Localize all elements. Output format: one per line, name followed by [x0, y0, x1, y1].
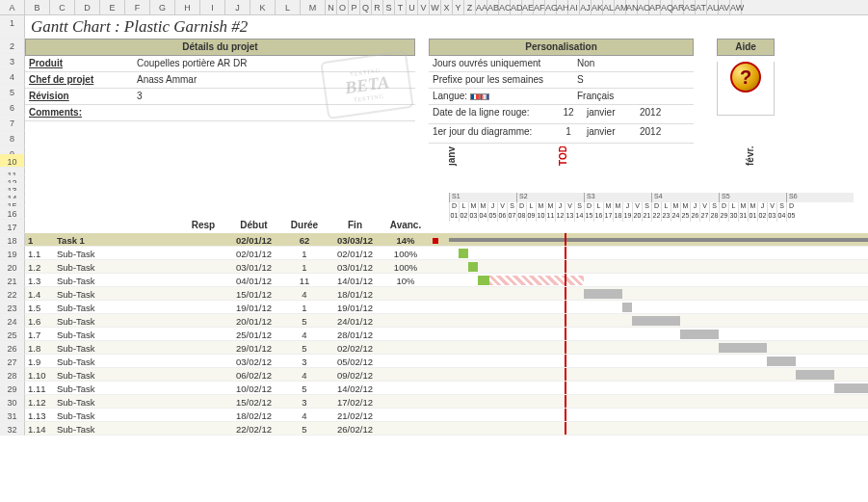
column-header[interactable]: AQ: [661, 0, 672, 14]
row-number[interactable]: 4: [0, 69, 25, 85]
gantt-row[interactable]: [449, 260, 868, 274]
task-progress[interactable]: [381, 422, 430, 435]
task-progress[interactable]: [381, 395, 430, 408]
row-number[interactable]: 6: [0, 100, 25, 116]
task-end[interactable]: 26/02/12: [329, 422, 381, 435]
column-header[interactable]: C: [50, 0, 75, 14]
task-start[interactable]: 18/02/12: [227, 409, 280, 421]
task-progress[interactable]: 10%: [381, 274, 430, 286]
task-duration[interactable]: 4: [280, 287, 329, 300]
column-header[interactable]: H: [175, 0, 200, 14]
task-resp[interactable]: [179, 355, 227, 367]
task-start[interactable]: 03/01/12: [227, 260, 280, 273]
task-start[interactable]: 15/01/12: [227, 287, 280, 300]
task-end[interactable]: 18/01/12: [329, 287, 381, 300]
row-number[interactable]: 19: [0, 247, 25, 260]
task-id[interactable]: 1.8: [25, 341, 54, 354]
task-resp[interactable]: [179, 314, 227, 327]
task-name[interactable]: Sub-Task: [54, 328, 179, 340]
column-header[interactable]: AA: [476, 0, 487, 14]
row-number[interactable]: 16: [0, 206, 25, 220]
gantt-row[interactable]: [449, 328, 868, 341]
language-value[interactable]: Français: [573, 89, 694, 105]
task-progress[interactable]: [381, 368, 430, 381]
task-end[interactable]: 17/02/12: [329, 395, 381, 408]
column-header[interactable]: AD: [511, 0, 522, 14]
task-id[interactable]: 1.1: [25, 247, 54, 259]
task-name[interactable]: Sub-Task: [54, 422, 179, 435]
task-id[interactable]: 1.13: [25, 409, 54, 421]
col-fin[interactable]: Fin: [329, 218, 381, 233]
task-name[interactable]: Sub-Task: [54, 409, 179, 421]
column-header[interactable]: AC: [499, 0, 511, 14]
column-header[interactable]: U: [407, 0, 418, 14]
task-end[interactable]: 21/02/12: [329, 409, 381, 421]
task-resp[interactable]: [179, 341, 227, 354]
task-id[interactable]: 1: [25, 233, 54, 246]
column-header[interactable]: X: [441, 0, 453, 14]
row-number[interactable]: 20: [0, 260, 25, 274]
column-header[interactable]: M: [301, 0, 326, 14]
row-number[interactable]: 27: [0, 355, 25, 368]
task-row[interactable]: 1.8Sub-Task29/01/12502/02/12: [25, 341, 449, 355]
task-end[interactable]: 28/01/12: [329, 328, 381, 340]
row-number[interactable]: 14: [0, 191, 25, 198]
row-number[interactable]: 18: [0, 233, 25, 247]
task-id[interactable]: 1.4: [25, 287, 54, 300]
gantt-row[interactable]: [449, 274, 868, 287]
task-id[interactable]: 1.7: [25, 328, 54, 340]
task-progress[interactable]: [381, 341, 430, 354]
row-number[interactable]: 12: [0, 175, 25, 183]
gantt-row[interactable]: [449, 247, 868, 260]
col-avanc[interactable]: Avanc.: [381, 218, 430, 233]
gantt-row[interactable]: [449, 355, 868, 368]
task-row[interactable]: 1.2Sub-Task03/01/12103/01/12100%: [25, 260, 449, 274]
column-header[interactable]: P: [349, 0, 360, 14]
gantt-row[interactable]: [449, 368, 868, 382]
column-header[interactable]: AR: [672, 0, 684, 14]
gantt-row[interactable]: [449, 233, 868, 247]
column-header[interactable]: AO: [638, 0, 649, 14]
gantt-row[interactable]: [449, 395, 868, 409]
task-name[interactable]: Sub-Task: [54, 341, 179, 354]
column-header[interactable]: Z: [464, 0, 476, 14]
column-header[interactable]: V: [418, 0, 430, 14]
task-resp[interactable]: [179, 274, 227, 286]
column-header[interactable]: F: [125, 0, 150, 14]
column-header[interactable]: AM: [615, 0, 626, 14]
task-resp[interactable]: [179, 382, 227, 394]
task-resp[interactable]: [179, 368, 227, 381]
task-name[interactable]: Sub-Task: [54, 355, 179, 367]
row-number[interactable]: 8: [0, 131, 25, 146]
column-header[interactable]: G: [150, 0, 175, 14]
col-duree[interactable]: Durée: [280, 218, 329, 233]
task-id[interactable]: 1.10: [25, 368, 54, 381]
column-header[interactable]: T: [395, 0, 407, 14]
column-header[interactable]: I: [200, 0, 225, 14]
task-resp[interactable]: [179, 422, 227, 435]
comments-value[interactable]: [133, 105, 415, 121]
row-number[interactable]: 23: [0, 301, 25, 314]
task-progress[interactable]: [381, 301, 430, 313]
task-duration[interactable]: 62: [280, 233, 329, 246]
task-row[interactable]: 1.5Sub-Task19/01/12119/01/12: [25, 301, 449, 314]
task-row[interactable]: 1.10Sub-Task06/02/12409/02/12: [25, 368, 449, 382]
task-resp[interactable]: [179, 287, 227, 300]
task-duration[interactable]: 5: [280, 341, 329, 354]
task-end[interactable]: 02/02/12: [329, 341, 381, 354]
column-header[interactable]: E: [100, 0, 125, 14]
task-duration[interactable]: 4: [280, 368, 329, 381]
column-header[interactable]: AU: [707, 0, 719, 14]
row-number[interactable]: 26: [0, 341, 25, 355]
task-end[interactable]: 24/01/12: [329, 314, 381, 327]
task-row[interactable]: 1.6Sub-Task20/01/12524/01/12: [25, 314, 449, 328]
column-header[interactable]: AN: [626, 0, 638, 14]
task-row[interactable]: 1.12Sub-Task15/02/12317/02/12: [25, 395, 449, 409]
row-number[interactable]: 30: [0, 395, 25, 409]
row-number[interactable]: 21: [0, 274, 25, 287]
column-header[interactable]: W: [430, 0, 441, 14]
task-end[interactable]: 02/01/12: [329, 247, 381, 259]
task-row[interactable]: 1.14Sub-Task22/02/12526/02/12: [25, 422, 449, 436]
row-number[interactable]: 17: [0, 220, 25, 233]
row-number[interactable]: 7: [0, 116, 25, 131]
